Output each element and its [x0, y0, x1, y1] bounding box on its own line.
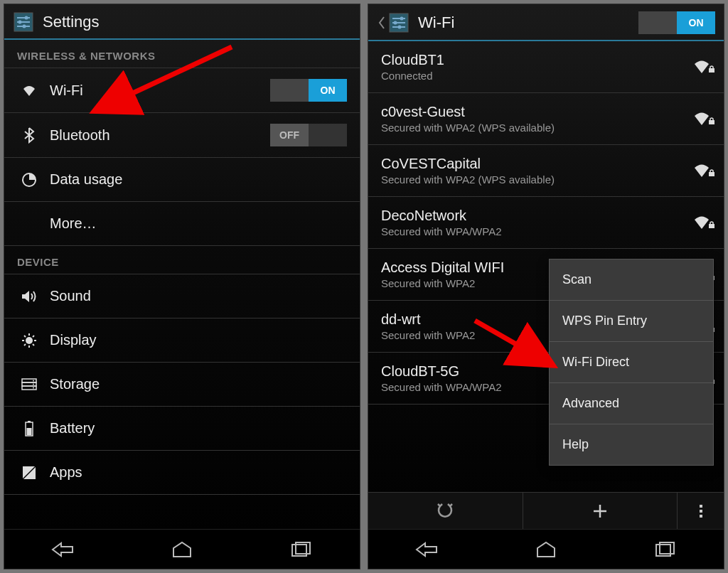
svg-point-21	[33, 383, 34, 385]
display-icon	[17, 333, 41, 348]
svg-rect-40	[709, 224, 714, 228]
row-storage[interactable]: Storage	[4, 363, 360, 407]
nav-recent[interactable]	[642, 537, 687, 562]
wifi-master-toggle[interactable]: ON	[638, 11, 715, 34]
data-usage-label: Data usage	[50, 171, 347, 188]
data-usage-icon	[17, 172, 41, 188]
svg-point-32	[400, 17, 404, 21]
network-status: Secured with WPA2 (WPS available)	[381, 173, 692, 186]
toggle-on-label: ON	[677, 11, 715, 34]
network-name: CloudBT1	[381, 52, 692, 68]
svg-line-13	[24, 336, 26, 337]
menu-item[interactable]: WPS Pin Entry	[550, 301, 713, 342]
svg-point-2	[25, 16, 28, 20]
header: Wi-Fi ON	[368, 4, 724, 41]
svg-line-14	[33, 344, 34, 346]
lock-icon	[708, 219, 715, 232]
svg-line-15	[24, 344, 26, 346]
wifi-network-row[interactable]: CoVESTCapital Secured with WPA2 (WPS ava…	[368, 145, 724, 197]
sound-icon	[17, 289, 41, 304]
settings-screen: Settings WIRELESS & NETWORKS Wi-Fi ON Bl…	[4, 4, 360, 569]
wifi-signal-icon	[692, 163, 711, 178]
settings-sliders-icon	[13, 11, 34, 33]
svg-point-34	[394, 21, 397, 25]
section-wireless: WIRELESS & NETWORKS	[4, 40, 360, 68]
svg-point-20	[33, 380, 34, 381]
nav-home[interactable]	[159, 537, 205, 562]
svg-rect-37	[709, 68, 714, 73]
wifi-signal-icon	[692, 111, 711, 127]
nav-recent[interactable]	[278, 537, 323, 562]
section-device: DEVICE	[4, 246, 360, 274]
apps-label: Apps	[50, 464, 347, 481]
lock-icon	[708, 167, 715, 180]
overflow-menu-button[interactable]	[678, 493, 724, 529]
refresh-button[interactable]	[368, 493, 523, 529]
back-icon[interactable]	[377, 14, 385, 31]
wifi-signal-icon	[692, 59, 711, 75]
network-name: CoVESTCapital	[381, 156, 692, 172]
storage-icon	[17, 378, 41, 391]
wifi-network-row[interactable]: c0vest-Guest Secured with WPA2 (WPS avai…	[368, 93, 724, 145]
bluetooth-toggle[interactable]: OFF	[270, 124, 347, 146]
network-name: c0vest-Guest	[381, 104, 692, 120]
row-apps[interactable]: Apps	[4, 451, 360, 495]
svg-point-36	[398, 26, 402, 29]
row-bluetooth[interactable]: Bluetooth OFF	[4, 113, 360, 158]
more-label: More…	[50, 215, 347, 232]
page-title: Settings	[43, 13, 100, 31]
svg-point-22	[33, 387, 34, 388]
action-bar	[368, 492, 724, 529]
nav-home[interactable]	[523, 537, 569, 562]
sound-label: Sound	[50, 288, 347, 304]
toggle-on-label: ON	[309, 79, 347, 102]
row-wifi[interactable]: Wi-Fi ON	[4, 68, 360, 113]
row-sound[interactable]: Sound	[4, 274, 360, 318]
svg-rect-38	[709, 120, 714, 124]
wifi-screen: Wi-Fi ON CloudBT1 Connected c0vest-Guest…	[368, 4, 724, 569]
svg-rect-48	[700, 515, 702, 518]
menu-item[interactable]: Scan	[550, 259, 713, 301]
svg-rect-47	[700, 510, 702, 513]
settings-list: WIRELESS & NETWORKS Wi-Fi ON Bluetooth O…	[4, 40, 360, 529]
header: Settings	[4, 4, 360, 40]
row-more[interactable]: More…	[4, 202, 360, 246]
row-battery[interactable]: Battery	[4, 407, 360, 451]
wifi-icon	[17, 83, 41, 97]
menu-item[interactable]: Advanced	[550, 383, 713, 424]
storage-label: Storage	[50, 376, 347, 392]
network-name: DecoNetwork	[381, 208, 692, 224]
nav-back[interactable]	[41, 537, 86, 562]
network-status: Connected	[381, 70, 692, 82]
bluetooth-label: Bluetooth	[50, 127, 270, 144]
battery-label: Battery	[50, 420, 347, 437]
nav-back[interactable]	[405, 537, 450, 562]
lock-icon	[708, 63, 715, 76]
row-display[interactable]: Display	[4, 318, 360, 363]
lock-icon	[708, 115, 715, 128]
bluetooth-icon	[17, 127, 41, 144]
wifi-toggle[interactable]: ON	[270, 79, 347, 102]
add-network-button[interactable]	[523, 493, 678, 529]
nav-bar	[368, 529, 724, 569]
overflow-menu: ScanWPS Pin EntryWi-Fi DirectAdvancedHel…	[549, 259, 714, 466]
svg-rect-25	[27, 428, 32, 435]
menu-item[interactable]: Help	[550, 424, 713, 465]
svg-rect-39	[709, 172, 714, 176]
row-data-usage[interactable]: Data usage	[4, 158, 360, 202]
wifi-network-row[interactable]: CloudBT1 Connected	[368, 41, 724, 93]
battery-icon	[17, 421, 41, 437]
display-label: Display	[50, 332, 347, 348]
toggle-off-label: OFF	[270, 124, 309, 146]
settings-sliders-icon	[388, 12, 410, 33]
menu-item[interactable]: Wi-Fi Direct	[550, 342, 713, 383]
svg-point-6	[23, 25, 26, 28]
wifi-label: Wi-Fi	[50, 82, 270, 99]
wifi-signal-icon	[692, 215, 711, 230]
svg-point-8	[26, 337, 33, 344]
nav-bar	[4, 529, 360, 569]
page-title: Wi-Fi	[418, 14, 454, 32]
wifi-network-row[interactable]: DecoNetwork Secured with WPA/WPA2	[368, 197, 724, 249]
network-status: Secured with WPA/WPA2	[381, 225, 692, 237]
network-status: Secured with WPA2 (WPS available)	[381, 122, 692, 134]
